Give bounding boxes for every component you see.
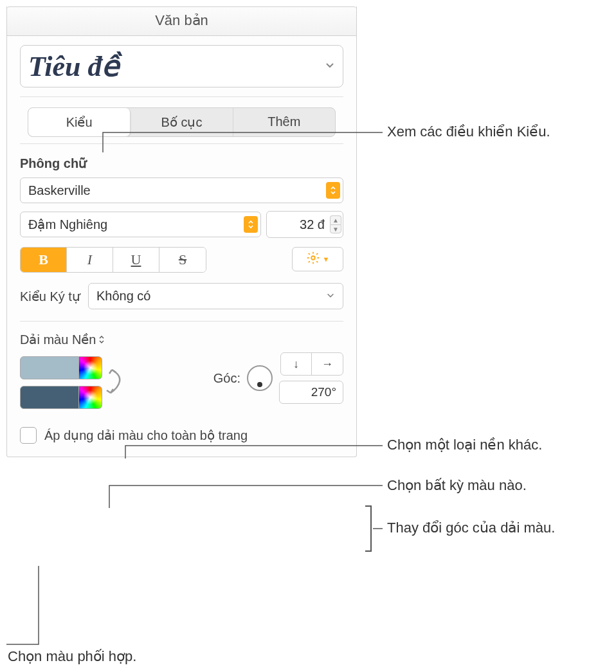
background-fill-popup[interactable]: Dải màu Nền xyxy=(20,332,96,347)
swap-colors-button[interactable] xyxy=(102,365,128,397)
gear-icon xyxy=(306,251,320,268)
angle-value-field[interactable]: 270° xyxy=(279,381,343,404)
stepper-up-icon[interactable]: ▲ xyxy=(330,215,341,224)
arrow-right-icon: → xyxy=(322,358,333,371)
typeface-popup[interactable]: Đậm Nghiêng xyxy=(20,212,261,237)
tab-more[interactable]: Thêm xyxy=(233,108,335,136)
color-picker-button-1[interactable] xyxy=(79,356,102,379)
stepper-down-icon[interactable]: ▼ xyxy=(330,224,341,233)
font-size-stepper[interactable]: ▲ ▼ xyxy=(330,215,341,233)
angle-label: Góc: xyxy=(213,371,240,386)
chevron-down-icon: ▼ xyxy=(323,255,330,263)
gradient-color-well-1[interactable] xyxy=(20,356,79,379)
callout-matching-color: Chọn màu phối hợp. xyxy=(8,648,136,665)
font-section-label: Phông chữ xyxy=(7,144,356,174)
dropdown-arrows-icon xyxy=(326,182,340,199)
char-style-popup[interactable]: Không có xyxy=(88,283,343,309)
advanced-options-button[interactable]: ▼ xyxy=(292,247,343,271)
gradient-color-well-2[interactable] xyxy=(20,386,79,409)
callout-bg-type: Chọn một loại nền khác. xyxy=(387,437,542,453)
angle-direction-buttons: ↓ → xyxy=(280,352,343,376)
svg-point-0 xyxy=(311,256,315,260)
angle-dial[interactable] xyxy=(247,365,273,391)
strikethrough-button[interactable]: S xyxy=(159,248,206,272)
chevron-down-icon xyxy=(325,60,335,73)
paragraph-style-section: Tiêu đề xyxy=(7,36,356,96)
callout-any-color: Chọn bất kỳ màu nào. xyxy=(387,477,527,494)
char-style-value: Không có xyxy=(96,289,151,304)
color-picker-button-2[interactable] xyxy=(79,386,102,409)
callout-angle: Thay đổi góc của dải màu. xyxy=(387,520,555,536)
tab-style[interactable]: Kiểu xyxy=(28,108,131,136)
paragraph-style-popup[interactable]: Tiêu đề xyxy=(20,45,343,87)
dropdown-arrows-icon xyxy=(244,216,258,233)
font-size-field[interactable]: 32 đ ▲ ▼ xyxy=(266,211,343,238)
bold-button[interactable]: B xyxy=(21,248,67,272)
apply-to-page-checkbox[interactable] xyxy=(20,427,37,444)
dropdown-arrows-icon xyxy=(98,334,105,345)
arrow-down-icon: ↓ xyxy=(293,358,299,371)
angle-down-button[interactable]: ↓ xyxy=(281,353,312,375)
panel-title: Văn bản xyxy=(7,6,356,36)
tab-layout[interactable]: Bố cục xyxy=(131,108,233,136)
typeface-value: Đậm Nghiêng xyxy=(28,217,107,232)
font-family-popup[interactable]: Baskerville xyxy=(20,177,343,203)
font-family-value: Baskerville xyxy=(28,183,91,198)
callout-style-controls: Xem các điều khiển Kiểu. xyxy=(387,123,550,140)
italic-button[interactable]: I xyxy=(67,248,113,272)
tabs: Kiểu Bố cục Thêm xyxy=(28,107,336,137)
angle-right-button[interactable]: → xyxy=(312,353,343,375)
font-size-value: 32 đ xyxy=(273,217,327,232)
tabs-holder: Kiểu Bố cục Thêm xyxy=(7,97,356,143)
apply-to-page-label: Áp dụng dải màu cho toàn bộ trang xyxy=(44,428,248,443)
underline-button[interactable]: U xyxy=(113,248,159,272)
chevron-down-icon xyxy=(326,291,335,302)
text-inspector-panel: Văn bản Tiêu đề Kiểu Bố cục Thêm Phông c… xyxy=(6,6,357,457)
style-button-group: B I U S xyxy=(20,247,206,273)
char-style-label: Kiểu Ký tự xyxy=(20,289,80,304)
paragraph-style-name: Tiêu đề xyxy=(28,50,325,83)
